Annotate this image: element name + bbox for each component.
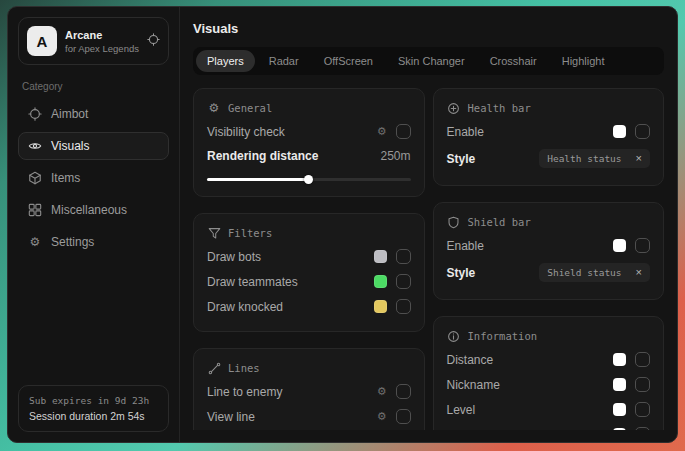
setting-label: Platform [447,428,492,431]
color-swatch[interactable] [374,300,387,313]
slider-thumb[interactable] [304,175,313,184]
setting-label: Style [447,266,476,280]
color-swatch[interactable] [613,428,626,430]
app-name: Arcane [65,29,139,41]
close-icon[interactable]: × [636,153,642,164]
close-icon[interactable]: × [636,267,642,278]
draw-knocked-checkbox[interactable] [396,299,411,314]
sidebar-item-items[interactable]: Items [18,164,169,192]
tab-skin-changer[interactable]: Skin Changer [387,50,476,72]
sidebar-spacer [18,256,169,385]
sidebar-item-label: Settings [51,235,94,249]
nickname-checkbox[interactable] [635,377,650,392]
setting-row: Visibility check ⚙ [207,119,411,144]
gear-icon: ⚙ [28,235,42,249]
selected-style-value: Health status [547,153,621,164]
draw-teammates-checkbox[interactable] [396,274,411,289]
sidebar-item-label: Aimbot [51,107,88,121]
setting-row: Enable [447,119,651,144]
sidebar-menu: Aimbot Visuals Items [18,100,169,256]
tab-bar: Players Radar OffScreen Skin Changer Cro… [193,47,664,75]
distance-checkbox[interactable] [635,352,650,367]
visibility-check-checkbox[interactable] [396,124,411,139]
crosshair-icon[interactable] [147,32,160,50]
crosshair-icon [28,107,42,121]
card-header: Health bar [447,99,651,119]
rendering-distance-slider[interactable] [207,174,411,184]
level-checkbox[interactable] [635,402,650,417]
card-header: Lines [207,359,411,379]
setting-label: Enable [447,125,484,139]
setting-label: Draw bots [207,250,261,264]
gear-icon[interactable]: ⚙ [377,386,387,397]
sidebar-item-settings[interactable]: ⚙ Settings [18,228,169,256]
tab-highlight[interactable]: Highlight [551,50,616,72]
shield-icon [447,215,461,229]
setting-row: Style Shield status × [447,258,651,287]
app-logo: A [27,26,57,56]
card-header: ⚙ General [207,99,411,119]
view-line-checkbox[interactable] [396,409,411,424]
right-column: Health bar Enable Style H [433,88,665,430]
card-header: Filters [207,224,411,244]
tab-players[interactable]: Players [196,50,255,72]
slider-fill [207,178,309,181]
eye-icon [28,139,42,153]
card-header: Information [447,327,651,347]
setting-row: Draw knocked [207,294,411,319]
tab-offscreen[interactable]: OffScreen [313,50,384,72]
health-bar-enable-checkbox[interactable] [635,124,650,139]
card-title: Health bar [468,102,531,114]
health-style-select[interactable]: Health status × [539,149,650,168]
sidebar-item-label: Visuals [51,139,89,153]
layout-grid-icon [28,203,42,217]
sidebar: A Arcane for Apex Legends Category Aimbo… [8,7,180,442]
setting-row: Enable [447,233,651,258]
sidebar-item-label: Items [51,171,80,185]
draw-bots-checkbox[interactable] [396,249,411,264]
card-header: Shield bar [447,213,651,233]
card-title: General [228,102,272,114]
sub-expiry-text: Sub expires in 9d 23h [29,395,158,406]
card-filters: Filters Draw bots Draw teammates [193,213,425,332]
sidebar-item-label: Miscellaneous [51,203,127,217]
setting-label: Line to enemy [207,385,282,399]
settings-content: ⚙ General Visibility check ⚙ Rendering d… [193,88,664,430]
line-to-enemy-checkbox[interactable] [396,384,411,399]
tab-crosshair[interactable]: Crosshair [479,50,548,72]
setting-row: Platform [447,422,651,430]
subscription-info: Sub expires in 9d 23h Session duration 2… [18,385,169,432]
setting-row: View line ⚙ [207,404,411,429]
funnel-icon [207,226,221,240]
color-swatch[interactable] [613,353,626,366]
desktop-background: A Arcane for Apex Legends Category Aimbo… [0,0,685,451]
circle-plus-icon [447,101,461,115]
setting-row: Level [447,397,651,422]
tab-radar[interactable]: Radar [258,50,310,72]
gear-icon[interactable]: ⚙ [377,411,387,422]
card-title: Lines [228,362,260,374]
sidebar-item-visuals[interactable]: Visuals [18,132,169,160]
shield-style-select[interactable]: Shield status × [539,263,650,282]
sidebar-item-miscellaneous[interactable]: Miscellaneous [18,196,169,224]
setting-row: Style Health status × [447,144,651,173]
setting-label: Enable [447,239,484,253]
setting-row: Nickname [447,372,651,397]
shield-bar-enable-checkbox[interactable] [635,238,650,253]
platform-checkbox[interactable] [635,427,650,430]
color-swatch[interactable] [613,239,626,252]
diagonal-line-icon [207,361,221,375]
left-column: ⚙ General Visibility check ⚙ Rendering d… [193,88,425,430]
app-brand-text: Arcane for Apex Legends [65,29,139,54]
sidebar-item-aimbot[interactable]: Aimbot [18,100,169,128]
session-duration-text: Session duration 2m 54s [29,410,158,422]
cube-icon [28,171,42,185]
color-swatch[interactable] [613,378,626,391]
card-health-bar: Health bar Enable Style H [433,88,665,186]
color-swatch[interactable] [613,125,626,138]
color-swatch[interactable] [374,250,387,263]
color-swatch[interactable] [374,275,387,288]
gear-icon[interactable]: ⚙ [377,126,387,137]
app-window: A Arcane for Apex Legends Category Aimbo… [7,6,678,443]
color-swatch[interactable] [613,403,626,416]
